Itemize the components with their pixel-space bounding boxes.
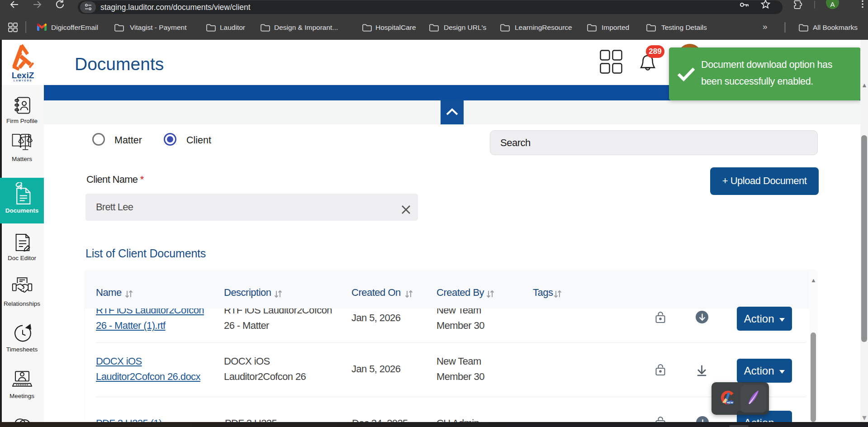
svg-text:NEW: NEW <box>727 401 733 404</box>
